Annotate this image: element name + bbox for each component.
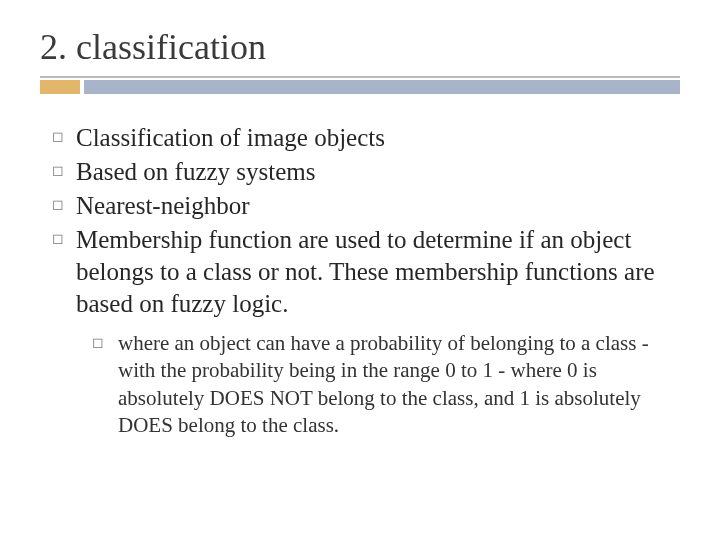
list-item: ◻ Membership function are used to determ… [48,224,680,320]
subbullet-text: where an object can have a probability o… [118,330,680,439]
bullet-text: Membership function are used to determin… [76,224,680,320]
bullet-icon: ◻ [48,190,76,220]
list-item: ◻ Classification of image objects [48,122,680,154]
bullet-icon: ◻ [48,224,76,254]
bullet-icon: ◻ [48,122,76,152]
content-area: ◻ Classification of image objects ◻ Base… [40,122,680,439]
bullet-text: Nearest-neighbor [76,190,250,222]
sub-list-item: ◻ where an object can have a probability… [48,330,680,439]
bullet-icon: ◻ [48,156,76,186]
bullet-text: Based on fuzzy systems [76,156,316,188]
accent-long [84,80,680,94]
slide-title: 2. classification [40,20,680,78]
bullet-text: Classification of image objects [76,122,385,154]
list-item: ◻ Nearest-neighbor [48,190,680,222]
accent-small [40,80,80,94]
title-accent [40,80,680,94]
list-item: ◻ Based on fuzzy systems [48,156,680,188]
slide: 2. classification ◻ Classification of im… [0,0,720,540]
subbullet-icon: ◻ [92,330,118,356]
